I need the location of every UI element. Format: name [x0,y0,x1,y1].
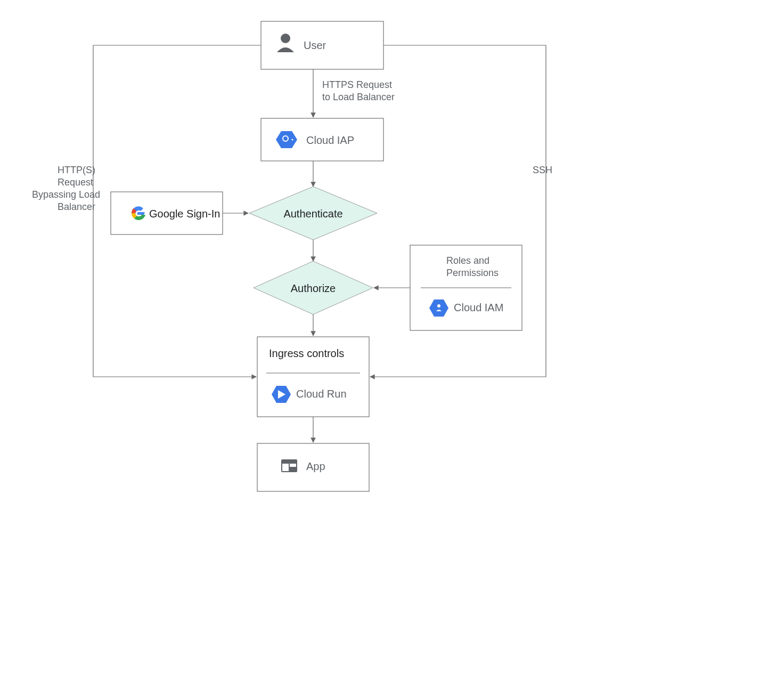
svg-point-5 [292,139,293,141]
https-label-1: HTTPS Request [322,79,392,90]
https-label-2: to Load Balancer [322,92,395,102]
cloud-iam-label: Cloud IAM [454,302,503,313]
left-label-2: Request [58,177,93,188]
authorize-node: Authorize [254,261,373,314]
app-icon [281,459,297,472]
svg-rect-18 [282,464,289,471]
user-label: User [304,39,326,51]
google-signin-label: Google Sign-In [149,208,220,220]
cloud-iap-label: Cloud IAP [306,134,354,146]
ingress-title: Ingress controls [269,347,344,359]
svg-point-1 [281,34,290,43]
authenticate-label: Authenticate [283,208,342,220]
roles-node: Roles and Permissions Cloud IAM [410,245,522,330]
google-signin-node: Google Sign-In [111,192,223,234]
left-label-4: Balancer [58,201,95,212]
ingress-node: Ingress controls Cloud Run [257,337,369,417]
svg-rect-19 [290,464,296,467]
left-label-1: HTTP(S) [58,165,95,175]
authorize-label: Authorize [291,282,336,294]
app-node: App [257,443,369,491]
svg-point-12 [437,304,440,307]
left-label-3: Bypassing Load [32,189,100,200]
ssh-label: SSH [533,165,552,175]
roles-title-2: Permissions [446,268,499,278]
cloud-iap-node: Cloud IAP [261,118,383,161]
cloud-run-label: Cloud Run [296,388,347,400]
authenticate-node: Authenticate [249,187,377,240]
roles-title-1: Roles and [446,255,489,266]
app-label: App [306,460,325,472]
user-node: User [261,21,383,69]
